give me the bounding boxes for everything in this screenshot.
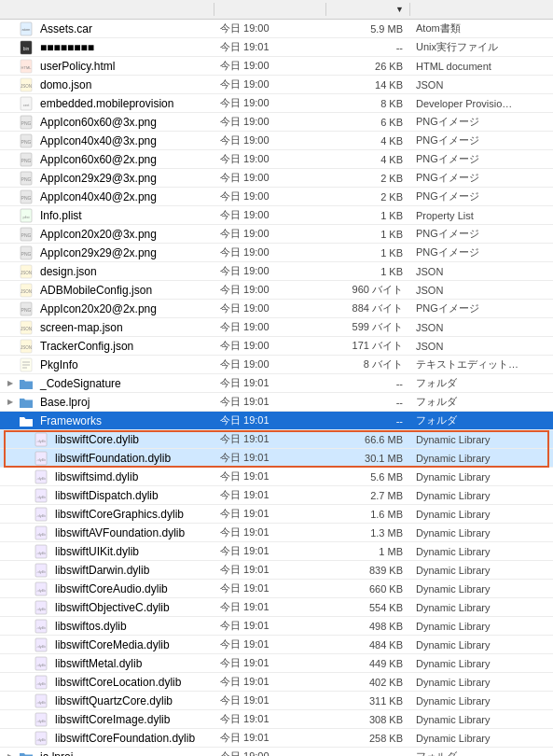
file-type-cell: PNGイメージ xyxy=(410,170,553,186)
table-row[interactable]: PNGAppIcon20x20@3x.png今日 19:001 KBPNGイメー… xyxy=(0,225,553,244)
table-row[interactable]: atomAssets.car今日 19:005.9 MBAtom書類 xyxy=(0,20,553,38)
folder-triangle-icon[interactable]: ▶ xyxy=(6,752,15,757)
file-type-cell: Dynamic Library xyxy=(410,545,553,558)
table-row[interactable]: ▶Base.lproj今日 19:01--フォルダ xyxy=(0,393,553,412)
table-row[interactable]: .dyliblibswiftCoreAudio.dylib今日 19:01660… xyxy=(0,580,553,598)
file-name-cell: atomAssets.car xyxy=(0,21,214,37)
folder-triangle-icon[interactable]: ▶ xyxy=(6,398,15,407)
file-date-cell: 今日 19:00 xyxy=(214,95,326,111)
table-row[interactable]: .dyliblibswiftAVFoundation.dylib今日 19:01… xyxy=(0,524,553,542)
svg-text:.dylib: .dylib xyxy=(36,532,46,537)
file-type-cell: Dynamic Library xyxy=(410,638,553,651)
file-name-cell: .dyliblibswiftCoreFoundation.dylib xyxy=(0,730,214,747)
table-row[interactable]: .dyliblibswiftCoreLocation.dylib今日 19:01… xyxy=(0,673,553,692)
file-name-cell: ▶_CodeSignature xyxy=(0,375,214,392)
file-type-cell: Unix実行ファイル xyxy=(410,39,553,55)
table-row[interactable]: .dyliblibswiftDarwin.dylib今日 19:01839 KB… xyxy=(0,561,553,580)
file-size-cell: 1.3 MB xyxy=(326,526,410,539)
dylib-icon: .dylib xyxy=(34,600,48,615)
file-date-cell: 今日 19:01 xyxy=(214,431,326,447)
table-row[interactable]: JSONADBMobileConfig.json今日 19:00960 バイトJ… xyxy=(0,281,553,300)
svg-text:plist: plist xyxy=(22,215,30,219)
table-row[interactable]: PNGAppIcon60x60@2x.png今日 19:004 KBPNGイメー… xyxy=(0,150,553,169)
file-name-cell: ▶Base.lproj xyxy=(0,394,214,411)
table-row[interactable]: HTMLuserPolicy.html今日 19:0026 KBHTML doc… xyxy=(0,57,553,76)
file-date-cell: 今日 19:00 xyxy=(214,263,326,279)
file-size-cell: 66.6 MB xyxy=(326,433,410,446)
table-row[interactable]: .dyliblibswiftMetal.dylib今日 19:01449 KBD… xyxy=(0,654,553,673)
file-date-cell: 今日 19:01 xyxy=(214,674,326,690)
file-date-cell: 今日 19:01 xyxy=(214,450,326,466)
table-row[interactable]: .dyliblibswiftCoreFoundation.dylib今日 19:… xyxy=(0,729,553,748)
file-name-cell: PNGAppIcon40x40@2x.png xyxy=(0,189,214,205)
table-row[interactable]: .dyliblibswiftQuartzCore.dylib今日 19:0131… xyxy=(0,692,553,710)
table-row[interactable]: PNGAppIcon40x40@3x.png今日 19:004 KBPNGイメー… xyxy=(0,132,553,150)
table-row[interactable]: ▶_CodeSignature今日 19:01--フォルダ xyxy=(0,374,553,393)
table-row[interactable]: .dyliblibswiftsimd.dylib今日 19:015.6 MBDy… xyxy=(0,468,553,486)
svg-text:JSON: JSON xyxy=(21,84,32,89)
file-name-label: AppIcon40x40@2x.png xyxy=(40,190,157,203)
plist-icon: plist xyxy=(19,208,34,223)
table-row[interactable]: certembedded.mobileprovision今日 19:008 KB… xyxy=(0,94,553,113)
file-name-cell: JSONscreen-map.json xyxy=(0,319,214,336)
header-size[interactable]: ▼ xyxy=(326,3,410,16)
provision-icon: cert xyxy=(19,96,34,111)
file-name-label: libswiftCoreGraphics.dylib xyxy=(55,508,184,521)
png-icon: PNG xyxy=(19,171,34,186)
file-name-label: domo.json xyxy=(40,78,91,91)
header-type[interactable] xyxy=(410,3,553,16)
table-row[interactable]: .dyliblibswiftos.dylib今日 19:01498 KBDyna… xyxy=(0,617,553,636)
file-date-cell: 今日 19:01 xyxy=(214,730,326,746)
file-date-cell: 今日 19:01 xyxy=(214,394,326,410)
file-size-cell: 484 KB xyxy=(326,638,410,651)
file-size-cell: 8 バイト xyxy=(326,357,410,372)
file-name-cell: JSONdomo.json xyxy=(0,77,214,93)
folder-triangle-icon[interactable]: ▼ xyxy=(6,416,15,426)
table-row[interactable]: .dyliblibswiftUIKit.dylib今日 19:011 MBDyn… xyxy=(0,542,553,561)
table-row[interactable]: .dyliblibswiftObjectiveC.dylib今日 19:0155… xyxy=(0,598,553,617)
table-row[interactable]: PkgInfo今日 19:008 バイトテキストエディット… xyxy=(0,356,553,374)
table-row[interactable]: .dyliblibswiftCore.dylib今日 19:0166.6 MBD… xyxy=(0,430,553,449)
header-name[interactable] xyxy=(0,3,214,16)
table-row[interactable]: .dyliblibswiftCoreImage.dylib今日 19:01308… xyxy=(0,710,553,729)
table-row[interactable]: .dyliblibswiftDispatch.dylib今日 19:012.7 … xyxy=(0,486,553,505)
file-size-cell: 311 KB xyxy=(326,694,410,707)
table-row[interactable]: JSONdesign.json今日 19:001 KBJSON xyxy=(0,262,553,281)
file-type-cell: PNGイメージ xyxy=(410,151,553,167)
table-row[interactable]: .dyliblibswiftFoundation.dylib今日 19:0130… xyxy=(0,449,553,468)
file-name-cell: bin■■■■■■■■ xyxy=(0,39,214,56)
table-row[interactable]: plistInfo.plist今日 19:001 KBProperty List xyxy=(0,206,553,225)
folder-triangle-icon[interactable]: ▶ xyxy=(6,379,15,388)
table-row[interactable]: .dyliblibswiftCoreGraphics.dylib今日 19:01… xyxy=(0,505,553,524)
table-row[interactable]: PNGAppIcon29x29@2x.png今日 19:001 KBPNGイメー… xyxy=(0,244,553,262)
dylib-icon: .dylib xyxy=(34,563,48,578)
file-date-cell: 今日 19:00 xyxy=(214,301,326,316)
svg-text:PNG: PNG xyxy=(21,232,32,238)
file-type-cell: Dynamic Library xyxy=(410,489,553,502)
file-name-cell: PNGAppIcon40x40@3x.png xyxy=(0,133,214,149)
table-row[interactable]: PNGAppIcon29x29@3x.png今日 19:002 KBPNGイメー… xyxy=(0,169,553,188)
table-row[interactable]: JSONscreen-map.json今日 19:00599 バイトJSON xyxy=(0,318,553,337)
table-row[interactable]: ▼Frameworks今日 19:01--フォルダ xyxy=(0,412,553,430)
table-row[interactable]: JSONTrackerConfig.json今日 19:00171 バイトJSO… xyxy=(0,337,553,356)
svg-text:PNG: PNG xyxy=(21,158,32,163)
table-row[interactable]: PNGAppIcon60x60@3x.png今日 19:006 KBPNGイメー… xyxy=(0,113,553,132)
svg-text:atom: atom xyxy=(22,27,32,32)
header-date[interactable] xyxy=(214,3,326,16)
table-row[interactable]: ▶ja.lproj今日 19:00--フォルダ xyxy=(0,748,553,756)
text-icon xyxy=(19,357,34,372)
png-icon: PNG xyxy=(19,227,34,242)
file-date-cell: 今日 19:00 xyxy=(214,357,326,372)
table-row[interactable]: bin■■■■■■■■今日 19:01--Unix実行ファイル xyxy=(0,38,553,57)
table-row[interactable]: PNGAppIcon20x20@2x.png今日 19:00884 バイトPNG… xyxy=(0,300,553,318)
file-type-cell: テキストエディット… xyxy=(410,357,553,372)
file-size-cell: 449 KB xyxy=(326,657,410,670)
table-row[interactable]: PNGAppIcon40x40@2x.png今日 19:002 KBPNGイメー… xyxy=(0,188,553,206)
dylib-icon: .dylib xyxy=(34,581,48,596)
file-name-label: ja.lproj xyxy=(40,750,73,757)
file-name-label: AppIcon29x29@3x.png xyxy=(40,172,157,185)
file-size-cell: -- xyxy=(326,414,410,427)
table-row[interactable]: JSONdomo.json今日 19:0014 KBJSON xyxy=(0,76,553,94)
table-row[interactable]: .dyliblibswiftCoreMedia.dylib今日 19:01484… xyxy=(0,636,553,654)
svg-text:JSON: JSON xyxy=(21,289,32,294)
